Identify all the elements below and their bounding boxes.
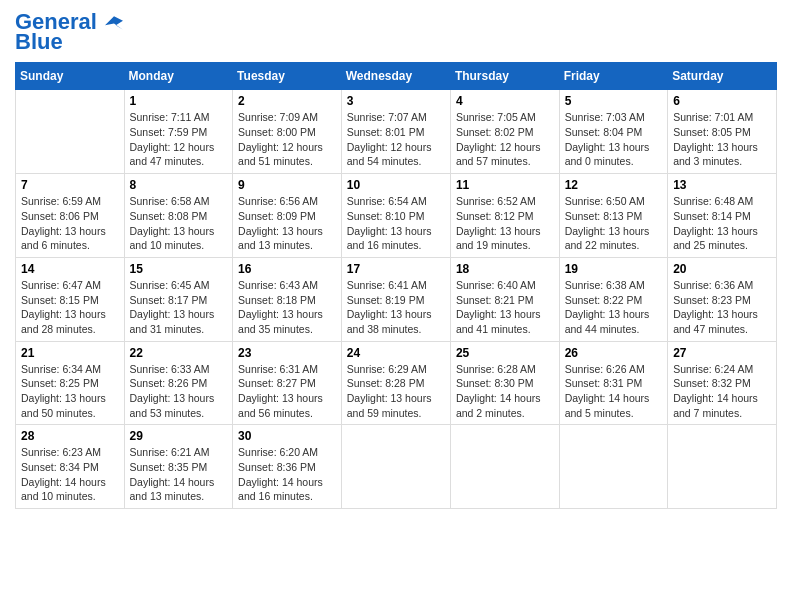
day-detail: Sunrise: 6:56 AM Sunset: 8:09 PM Dayligh…	[238, 194, 336, 253]
day-detail: Sunrise: 7:01 AM Sunset: 8:05 PM Dayligh…	[673, 110, 771, 169]
day-detail: Sunrise: 6:33 AM Sunset: 8:26 PM Dayligh…	[130, 362, 228, 421]
calendar: SundayMondayTuesdayWednesdayThursdayFrid…	[15, 62, 777, 509]
day-number: 10	[347, 178, 445, 192]
day-number: 6	[673, 94, 771, 108]
col-header-wednesday: Wednesday	[341, 63, 450, 90]
calendar-cell: 16Sunrise: 6:43 AM Sunset: 8:18 PM Dayli…	[233, 257, 342, 341]
calendar-cell: 29Sunrise: 6:21 AM Sunset: 8:35 PM Dayli…	[124, 425, 233, 509]
day-detail: Sunrise: 7:11 AM Sunset: 7:59 PM Dayligh…	[130, 110, 228, 169]
day-number: 26	[565, 346, 663, 360]
calendar-cell: 9Sunrise: 6:56 AM Sunset: 8:09 PM Daylig…	[233, 174, 342, 258]
day-detail: Sunrise: 7:07 AM Sunset: 8:01 PM Dayligh…	[347, 110, 445, 169]
day-number: 28	[21, 429, 119, 443]
day-detail: Sunrise: 7:03 AM Sunset: 8:04 PM Dayligh…	[565, 110, 663, 169]
calendar-cell	[16, 90, 125, 174]
calendar-cell: 18Sunrise: 6:40 AM Sunset: 8:21 PM Dayli…	[450, 257, 559, 341]
day-number: 15	[130, 262, 228, 276]
calendar-week-row: 28Sunrise: 6:23 AM Sunset: 8:34 PM Dayli…	[16, 425, 777, 509]
day-detail: Sunrise: 6:40 AM Sunset: 8:21 PM Dayligh…	[456, 278, 554, 337]
day-detail: Sunrise: 6:59 AM Sunset: 8:06 PM Dayligh…	[21, 194, 119, 253]
day-detail: Sunrise: 6:23 AM Sunset: 8:34 PM Dayligh…	[21, 445, 119, 504]
day-detail: Sunrise: 6:54 AM Sunset: 8:10 PM Dayligh…	[347, 194, 445, 253]
col-header-friday: Friday	[559, 63, 668, 90]
calendar-cell: 1Sunrise: 7:11 AM Sunset: 7:59 PM Daylig…	[124, 90, 233, 174]
calendar-cell: 7Sunrise: 6:59 AM Sunset: 8:06 PM Daylig…	[16, 174, 125, 258]
calendar-week-row: 14Sunrise: 6:47 AM Sunset: 8:15 PM Dayli…	[16, 257, 777, 341]
col-header-sunday: Sunday	[16, 63, 125, 90]
day-number: 16	[238, 262, 336, 276]
day-detail: Sunrise: 6:24 AM Sunset: 8:32 PM Dayligh…	[673, 362, 771, 421]
calendar-cell: 25Sunrise: 6:28 AM Sunset: 8:30 PM Dayli…	[450, 341, 559, 425]
logo-bird-icon	[105, 16, 123, 30]
day-number: 11	[456, 178, 554, 192]
day-detail: Sunrise: 6:47 AM Sunset: 8:15 PM Dayligh…	[21, 278, 119, 337]
logo: General Blue	[15, 10, 123, 54]
day-number: 7	[21, 178, 119, 192]
col-header-thursday: Thursday	[450, 63, 559, 90]
day-detail: Sunrise: 6:21 AM Sunset: 8:35 PM Dayligh…	[130, 445, 228, 504]
svg-marker-0	[105, 16, 123, 30]
day-number: 2	[238, 94, 336, 108]
day-number: 25	[456, 346, 554, 360]
calendar-cell: 5Sunrise: 7:03 AM Sunset: 8:04 PM Daylig…	[559, 90, 668, 174]
day-detail: Sunrise: 6:28 AM Sunset: 8:30 PM Dayligh…	[456, 362, 554, 421]
calendar-cell	[450, 425, 559, 509]
calendar-cell: 12Sunrise: 6:50 AM Sunset: 8:13 PM Dayli…	[559, 174, 668, 258]
day-detail: Sunrise: 6:38 AM Sunset: 8:22 PM Dayligh…	[565, 278, 663, 337]
calendar-week-row: 7Sunrise: 6:59 AM Sunset: 8:06 PM Daylig…	[16, 174, 777, 258]
day-detail: Sunrise: 6:26 AM Sunset: 8:31 PM Dayligh…	[565, 362, 663, 421]
day-detail: Sunrise: 6:36 AM Sunset: 8:23 PM Dayligh…	[673, 278, 771, 337]
day-detail: Sunrise: 6:52 AM Sunset: 8:12 PM Dayligh…	[456, 194, 554, 253]
day-number: 9	[238, 178, 336, 192]
day-number: 21	[21, 346, 119, 360]
col-header-saturday: Saturday	[668, 63, 777, 90]
calendar-cell: 8Sunrise: 6:58 AM Sunset: 8:08 PM Daylig…	[124, 174, 233, 258]
day-number: 27	[673, 346, 771, 360]
day-detail: Sunrise: 6:43 AM Sunset: 8:18 PM Dayligh…	[238, 278, 336, 337]
day-number: 8	[130, 178, 228, 192]
calendar-cell: 21Sunrise: 6:34 AM Sunset: 8:25 PM Dayli…	[16, 341, 125, 425]
day-detail: Sunrise: 6:58 AM Sunset: 8:08 PM Dayligh…	[130, 194, 228, 253]
day-detail: Sunrise: 7:05 AM Sunset: 8:02 PM Dayligh…	[456, 110, 554, 169]
day-detail: Sunrise: 7:09 AM Sunset: 8:00 PM Dayligh…	[238, 110, 336, 169]
calendar-cell	[341, 425, 450, 509]
calendar-cell: 26Sunrise: 6:26 AM Sunset: 8:31 PM Dayli…	[559, 341, 668, 425]
calendar-week-row: 1Sunrise: 7:11 AM Sunset: 7:59 PM Daylig…	[16, 90, 777, 174]
day-number: 30	[238, 429, 336, 443]
calendar-cell: 19Sunrise: 6:38 AM Sunset: 8:22 PM Dayli…	[559, 257, 668, 341]
calendar-cell: 24Sunrise: 6:29 AM Sunset: 8:28 PM Dayli…	[341, 341, 450, 425]
day-detail: Sunrise: 6:48 AM Sunset: 8:14 PM Dayligh…	[673, 194, 771, 253]
calendar-cell: 2Sunrise: 7:09 AM Sunset: 8:00 PM Daylig…	[233, 90, 342, 174]
day-number: 4	[456, 94, 554, 108]
day-detail: Sunrise: 6:29 AM Sunset: 8:28 PM Dayligh…	[347, 362, 445, 421]
calendar-cell: 20Sunrise: 6:36 AM Sunset: 8:23 PM Dayli…	[668, 257, 777, 341]
calendar-cell: 17Sunrise: 6:41 AM Sunset: 8:19 PM Dayli…	[341, 257, 450, 341]
calendar-cell: 14Sunrise: 6:47 AM Sunset: 8:15 PM Dayli…	[16, 257, 125, 341]
day-number: 23	[238, 346, 336, 360]
header: General Blue	[15, 10, 777, 54]
day-detail: Sunrise: 6:20 AM Sunset: 8:36 PM Dayligh…	[238, 445, 336, 504]
day-number: 3	[347, 94, 445, 108]
day-number: 17	[347, 262, 445, 276]
calendar-cell: 3Sunrise: 7:07 AM Sunset: 8:01 PM Daylig…	[341, 90, 450, 174]
day-number: 19	[565, 262, 663, 276]
day-number: 24	[347, 346, 445, 360]
day-number: 1	[130, 94, 228, 108]
calendar-cell: 15Sunrise: 6:45 AM Sunset: 8:17 PM Dayli…	[124, 257, 233, 341]
day-number: 5	[565, 94, 663, 108]
calendar-cell	[559, 425, 668, 509]
calendar-header-row: SundayMondayTuesdayWednesdayThursdayFrid…	[16, 63, 777, 90]
calendar-cell: 10Sunrise: 6:54 AM Sunset: 8:10 PM Dayli…	[341, 174, 450, 258]
calendar-cell: 13Sunrise: 6:48 AM Sunset: 8:14 PM Dayli…	[668, 174, 777, 258]
calendar-cell: 6Sunrise: 7:01 AM Sunset: 8:05 PM Daylig…	[668, 90, 777, 174]
calendar-cell: 27Sunrise: 6:24 AM Sunset: 8:32 PM Dayli…	[668, 341, 777, 425]
day-number: 14	[21, 262, 119, 276]
day-number: 18	[456, 262, 554, 276]
calendar-cell: 4Sunrise: 7:05 AM Sunset: 8:02 PM Daylig…	[450, 90, 559, 174]
day-detail: Sunrise: 6:34 AM Sunset: 8:25 PM Dayligh…	[21, 362, 119, 421]
col-header-tuesday: Tuesday	[233, 63, 342, 90]
day-number: 13	[673, 178, 771, 192]
col-header-monday: Monday	[124, 63, 233, 90]
calendar-cell: 11Sunrise: 6:52 AM Sunset: 8:12 PM Dayli…	[450, 174, 559, 258]
day-detail: Sunrise: 6:31 AM Sunset: 8:27 PM Dayligh…	[238, 362, 336, 421]
